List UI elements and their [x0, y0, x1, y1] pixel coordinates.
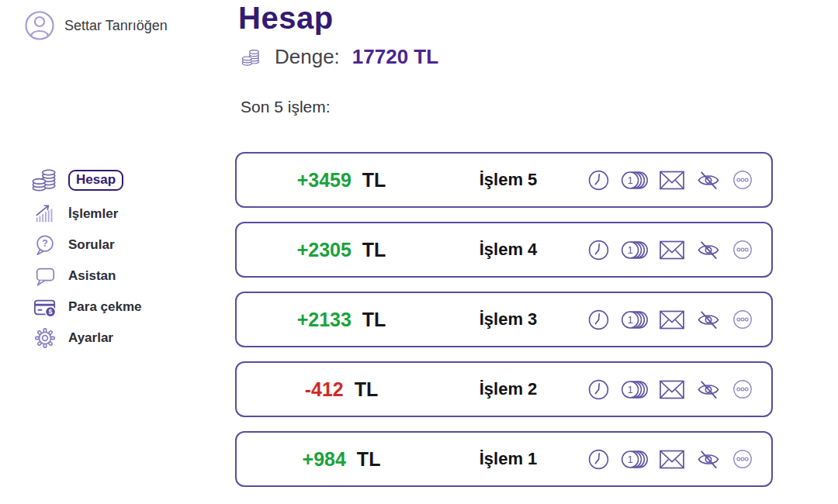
question-bubble-icon: ? [29, 233, 61, 257]
page-title: Hesap [238, 0, 334, 36]
sidebar-item-sorular[interactable]: ? Sorular [29, 233, 185, 257]
clock-icon[interactable] [587, 378, 611, 402]
coin-count-icon[interactable]: 1 [620, 447, 649, 471]
transaction-actions: 1 [587, 447, 771, 471]
clock-icon[interactable] [587, 168, 611, 192]
balance-row: Denge: 17720 TL [241, 45, 438, 69]
coin-count-icon[interactable]: 1 [620, 378, 649, 402]
transaction-actions: 1 [587, 378, 771, 402]
transaction-row[interactable]: +2133 TL İşlem 3 1 [235, 292, 773, 347]
ellipsis-icon[interactable] [731, 238, 754, 261]
svg-text:1: 1 [628, 244, 633, 255]
envelope-icon[interactable] [658, 169, 686, 192]
transaction-currency: TL [362, 169, 386, 191]
envelope-icon[interactable] [658, 448, 686, 471]
clock-icon[interactable] [587, 447, 611, 471]
transaction-list: +3459 TL İşlem 5 1 [235, 152, 773, 501]
coins-icon [29, 165, 61, 195]
chart-icon [29, 202, 61, 226]
card-withdraw-icon: $ [29, 295, 61, 319]
ellipsis-icon[interactable] [731, 168, 754, 192]
transaction-currency: TL [357, 448, 381, 470]
balance-label: Denge: [275, 45, 340, 69]
transaction-amount: +984 TL [237, 448, 446, 471]
transaction-label: İşlem 4 [446, 240, 570, 260]
clock-icon[interactable] [587, 238, 611, 262]
transaction-row[interactable]: +3459 TL İşlem 5 1 [235, 152, 773, 208]
transaction-row[interactable]: +2305 TL İşlem 4 1 [235, 222, 773, 278]
sidebar-item-label: Sorular [68, 237, 115, 253]
transactions-heading: Son 5 işlem: [241, 98, 331, 116]
sidebar-item-label: Ayarlar [68, 330, 113, 346]
transaction-amount: +3459 TL [237, 169, 446, 192]
svg-text:$: $ [49, 308, 53, 316]
coin-count-icon[interactable]: 1 [620, 308, 649, 332]
transaction-amount: -412 TL [237, 378, 446, 401]
transaction-actions: 1 [587, 238, 771, 262]
svg-text:1: 1 [628, 174, 633, 185]
clock-icon[interactable] [587, 308, 611, 332]
sidebar-item-label: İşlemler [68, 206, 118, 222]
sidebar-item-islemler[interactable]: İşlemler [29, 202, 185, 226]
ellipsis-icon[interactable] [731, 447, 754, 471]
svg-text:1: 1 [628, 314, 633, 325]
sidebar-item-ayarlar[interactable]: Ayarlar [29, 326, 185, 350]
eye-off-icon[interactable] [695, 308, 722, 332]
user-name: Settar Tanrıöğen [64, 18, 168, 34]
coin-count-icon[interactable]: 1 [620, 168, 649, 192]
sidebar-item-asistan[interactable]: Asistan [29, 264, 185, 288]
transaction-amount-value: +2305 [297, 239, 351, 261]
coins-icon [241, 47, 262, 68]
transaction-amount: +2133 TL [237, 309, 446, 331]
eye-off-icon[interactable] [695, 447, 722, 471]
eye-off-icon[interactable] [695, 238, 722, 262]
ellipsis-icon[interactable] [731, 308, 754, 331]
envelope-icon[interactable] [658, 309, 686, 331]
user-icon [23, 9, 56, 42]
balance-value: 17720 TL [352, 45, 438, 69]
transaction-amount-value: +3459 [297, 169, 351, 191]
sidebar: Hesap İşlemler ? [29, 164, 185, 350]
sidebar-item-label: Para çekme [68, 299, 142, 315]
svg-text:1: 1 [628, 384, 633, 395]
transaction-amount-value: +2133 [297, 309, 351, 330]
gear-icon [29, 326, 61, 350]
transaction-label: İşlem 2 [446, 379, 570, 399]
transaction-label: İşlem 1 [446, 449, 570, 469]
eye-off-icon[interactable] [695, 378, 722, 402]
svg-text:?: ? [42, 238, 47, 249]
coin-count-icon[interactable]: 1 [620, 238, 649, 262]
transaction-currency: TL [362, 239, 386, 261]
sidebar-item-label: Asistan [68, 268, 116, 284]
transaction-currency: TL [362, 309, 386, 330]
envelope-icon[interactable] [658, 378, 686, 401]
chat-bubble-icon [29, 264, 61, 288]
transaction-amount: +2305 TL [237, 239, 446, 261]
eye-off-icon[interactable] [695, 168, 722, 192]
transaction-amount-value: -412 [305, 378, 344, 400]
ellipsis-icon[interactable] [731, 378, 754, 401]
transaction-actions: 1 [587, 308, 771, 332]
sidebar-item-hesap[interactable]: Hesap [29, 164, 185, 195]
svg-text:1: 1 [628, 454, 633, 464]
envelope-icon[interactable] [658, 239, 686, 261]
user-badge: Settar Tanrıöğen [23, 9, 168, 42]
transaction-currency: TL [355, 378, 379, 400]
transaction-label: İşlem 5 [446, 170, 570, 190]
sidebar-item-para-cekme[interactable]: $ Para çekme [29, 295, 185, 319]
transaction-row[interactable]: -412 TL İşlem 2 1 [235, 361, 773, 417]
sidebar-item-label: Hesap [68, 170, 123, 191]
transaction-amount-value: +984 [303, 448, 346, 470]
transaction-actions: 1 [587, 168, 771, 192]
transaction-label: İşlem 3 [446, 309, 570, 330]
transaction-row[interactable]: +984 TL İşlem 1 1 [235, 431, 773, 487]
